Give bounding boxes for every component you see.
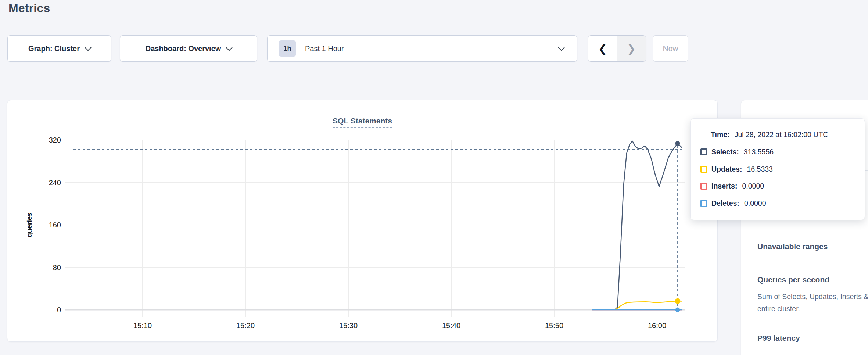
chart-hover-tooltip: Time: Jul 28, 2022 at 16:02:00 UTC Selec… [690, 118, 865, 220]
time-pager: ❮ ❯ [588, 35, 646, 62]
sql-statements-chart-card: SQL Statements 15:1015:2015:3015:4015:50… [7, 100, 718, 342]
graph-dropdown-label: Graph: Cluster [28, 44, 80, 53]
updates-legend-swatch-icon [700, 166, 707, 173]
y-axis-tick-label: 160 [49, 221, 61, 229]
tooltip-row-deletes: Deletes:0.0000 [700, 199, 766, 208]
x-axis-tick-label: 15:20 [236, 322, 255, 330]
sql-statements-chart[interactable]: 15:1015:2015:3015:4015:5016:000801602403… [7, 100, 718, 342]
chevron-right-icon: ❯ [627, 43, 636, 55]
tooltip-series-value: 313.5556 [744, 148, 774, 156]
tooltip-series-value: 16.5333 [747, 165, 773, 173]
x-axis-tick-label: 15:50 [545, 322, 563, 330]
previous-timespan-button[interactable]: ❮ [588, 36, 617, 61]
y-axis-tick-label: 80 [53, 263, 61, 272]
time-range-label: Past 1 Hour [305, 44, 344, 53]
sidebar-heading: Unavailable ranges [757, 242, 828, 251]
y-axis-tick-label: 320 [49, 136, 61, 144]
time-range-badge: 1h [279, 40, 296, 57]
sidebar-heading: Queries per second [757, 275, 829, 284]
x-axis-tick-label: 15:40 [442, 322, 460, 330]
tooltip-time-value: Jul 28, 2022 at 16:02:00 UTC [735, 130, 828, 139]
chevron-down-icon [558, 44, 564, 51]
hover-point-updates [675, 298, 681, 304]
graph-dropdown[interactable]: Graph: Cluster [7, 35, 111, 62]
tooltip-time-label: Time: [711, 130, 730, 139]
y-axis-tick-label: 240 [49, 179, 61, 187]
tooltip-time-row: Time: Jul 28, 2022 at 16:02:00 UTC [711, 130, 828, 139]
next-timespan-button[interactable]: ❯ [617, 36, 646, 61]
tooltip-series-label: Inserts: [711, 182, 737, 190]
tooltip-row-updates: Updates:16.5333 [700, 165, 773, 173]
sidebar-heading: P99 latency [757, 334, 800, 343]
hover-point-deletes [675, 308, 680, 312]
x-axis-tick-label: 15:30 [339, 322, 358, 330]
sidebar-description: Sum of Selects, Updates, Inserts & Delet… [757, 291, 868, 315]
tooltip-row-selects: Selects:313.5556 [700, 148, 774, 156]
hover-point-selects [675, 141, 680, 146]
sidebar-divider [757, 264, 868, 264]
time-range-dropdown[interactable]: 1h Past 1 Hour [267, 35, 577, 62]
chevron-down-icon [85, 44, 91, 51]
y-axis-title: queries [25, 212, 33, 237]
sidebar-divider [757, 231, 868, 231]
selects-legend-swatch-icon [700, 148, 707, 155]
y-axis-tick-label: 0 [57, 306, 61, 314]
tooltip-series-label: Deletes: [711, 199, 739, 208]
tooltip-series-label: Updates: [711, 165, 742, 173]
x-axis-tick-label: 16:00 [648, 322, 666, 330]
page-title: Metrics [8, 1, 50, 15]
metrics-page: { "page": { "title": "Metrics", "backgro… [0, 0, 868, 355]
tooltip-series-label: Selects: [711, 148, 739, 156]
sidebar-divider [757, 323, 868, 323]
series-line-updates [592, 301, 682, 310]
dashboard-dropdown[interactable]: Dashboard: Overview [120, 35, 257, 62]
inserts-legend-swatch-icon [700, 183, 707, 190]
now-button[interactable]: Now [653, 35, 688, 62]
tooltip-series-value: 0.0000 [742, 182, 764, 190]
tooltip-row-inserts: Inserts:0.0000 [700, 182, 764, 190]
series-line-selects [592, 141, 682, 310]
tooltip-series-value: 0.0000 [744, 199, 766, 208]
deletes-legend-swatch-icon [700, 200, 707, 207]
dashboard-dropdown-label: Dashboard: Overview [146, 44, 221, 53]
x-axis-tick-label: 15:10 [133, 322, 152, 330]
chevron-down-icon [226, 44, 233, 51]
chevron-left-icon: ❮ [598, 43, 607, 55]
